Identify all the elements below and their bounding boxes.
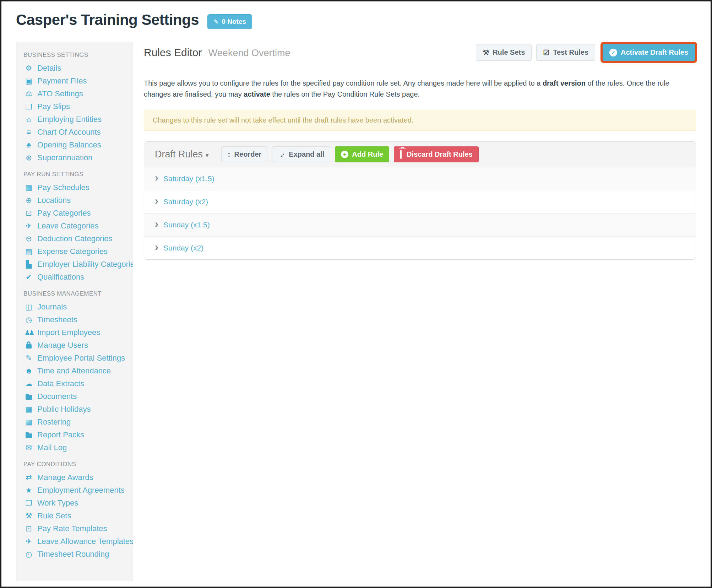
sidebar-item-mail-log[interactable]: ✉ Mail Log <box>23 443 129 452</box>
sidebar-item-opening-balances[interactable]: ♣ Opening Balances <box>23 141 129 149</box>
rule-link-sunday-x1-5[interactable]: Sunday (x1.5) <box>163 221 210 229</box>
sidebar-item-work-types[interactable]: ❒ Work Types <box>23 499 129 507</box>
sidebar-item-journals[interactable]: ◫ Journals <box>23 303 129 311</box>
calendar-icon: ▦ <box>23 418 34 426</box>
sidebar-item-import-employees[interactable]: ♟♟ Import Employees <box>23 328 129 336</box>
sidebar-item-label: Timesheets <box>37 315 77 324</box>
sidebar-item-documents[interactable]: Documents <box>23 392 129 400</box>
sidebar-item-manage-users[interactable]: Manage Users <box>23 341 129 349</box>
sidebar-item-label: Opening Balances <box>37 140 101 150</box>
sidebar-group-business-settings: BUSINESS SETTINGS ⚙ Details ▣ Payment Fi… <box>23 52 129 162</box>
sidebar-item-label: Journals <box>37 302 67 312</box>
sidebar-item-manage-awards[interactable]: ⇄ Manage Awards <box>23 473 129 481</box>
calendar-icon: ▦ <box>23 184 34 191</box>
sidebar-group-pay-run-settings: PAY RUN SETTINGS ▦ Pay Schedules ⊕ Locat… <box>23 171 129 281</box>
clock-outline-icon: ◴ <box>23 550 34 558</box>
sidebar-item-employee-portal-settings[interactable]: ✎ Employee Portal Settings <box>23 354 129 362</box>
sidebar-item-label: Employee Portal Settings <box>37 354 125 363</box>
draft-rules-dropdown[interactable]: Draft Rules ▾ <box>155 149 209 160</box>
sidebar-item-superannuation[interactable]: ⊛ Superannuation <box>23 153 129 162</box>
sidebar-item-label: Report Packs <box>37 430 84 439</box>
sidebar-item-timesheets[interactable]: ◷ Timesheets <box>23 315 129 324</box>
sidebar-section-heading: BUSINESS SETTINGS <box>23 52 129 59</box>
caret-down-icon: ▾ <box>206 150 209 159</box>
trash-icon <box>400 150 403 158</box>
section-subtitle: Weekend Overtime <box>208 48 290 58</box>
sidebar-item-label: Qualifications <box>37 273 84 282</box>
app-window: Casper's Training Settings ✎ 0 Notes BUS… <box>0 0 712 588</box>
sidebar-item-public-holidays[interactable]: ▦ Public Holidays <box>23 405 129 413</box>
sidebar-item-leave-allowance-templates[interactable]: ✈ Leave Allowance Templates <box>23 537 129 545</box>
page-title: Casper's Training Settings <box>16 11 199 28</box>
sidebar-item-pay-categories[interactable]: ⊡ Pay Categories <box>23 209 129 217</box>
sidebar-group-pay-conditions: PAY CONDITIONS ⇄ Manage Awards ★ Employm… <box>23 461 129 558</box>
sidebar-item-pay-schedules[interactable]: ▦ Pay Schedules <box>23 183 129 191</box>
sidebar-item-label: Pay Categories <box>37 209 91 218</box>
sidebar-item-locations[interactable]: ⊕ Locations <box>23 196 129 204</box>
activate-draft-rules-button[interactable]: ✓ Activate Draft Rules <box>603 44 695 61</box>
sidebar-item-report-packs[interactable]: Report Packs <box>23 431 129 439</box>
sidebar-item-employment-agreements[interactable]: ★ Employment Agreements <box>23 486 129 494</box>
chevron-right-icon: › <box>155 242 158 254</box>
rule-sets-button[interactable]: ⚒ Rule Sets <box>476 44 532 61</box>
chevron-right-icon: › <box>155 195 158 208</box>
sidebar-item-qualifications[interactable]: ✔ Qualifications <box>23 273 129 281</box>
activate-button-label: Activate Draft Rules <box>621 48 688 56</box>
rule-link-saturday-x1-5[interactable]: Saturday (x1.5) <box>163 174 214 183</box>
header-actions: ⚒ Rule Sets ☑ Test Rules ✓ Activate Draf… <box>476 44 696 61</box>
add-rule-button-label: Add Rule <box>352 150 383 158</box>
clock-icon: ◷ <box>23 316 34 323</box>
description-bold-activate: activate <box>244 90 270 98</box>
notes-badge[interactable]: ✎ 0 Notes <box>207 14 252 29</box>
sidebar-item-details[interactable]: ⚙ Details <box>23 64 129 72</box>
expand-all-button[interactable]: ↔ Expand all <box>272 146 330 162</box>
sidebar-item-data-extracts[interactable]: ☁ Data Extracts <box>23 379 129 388</box>
sidebar-item-label: Documents <box>37 392 77 401</box>
sidebar-item-pay-rate-templates[interactable]: ⊡ Pay Rate Templates <box>23 524 129 533</box>
reorder-button[interactable]: ↕ Reorder <box>221 146 268 162</box>
folder-icon <box>23 432 34 438</box>
check-circle-icon: ✓ <box>609 49 617 56</box>
sidebar-item-payment-files[interactable]: ▣ Payment Files <box>23 77 129 85</box>
sidebar-item-expense-categories[interactable]: ▤ Expense Categories <box>23 247 129 255</box>
add-rule-button[interactable]: + Add Rule <box>335 146 389 162</box>
sidebar-item-chart-of-accounts[interactable]: ≡ Chart Of Accounts <box>23 128 129 136</box>
expand-arrows-icon: ↔ <box>276 149 287 160</box>
sidebar-section-heading: BUSINESS MANAGEMENT <box>23 290 129 297</box>
sidebar-item-label: Work Types <box>37 498 78 508</box>
rule-sets-button-label: Rule Sets <box>493 48 525 56</box>
sidebar-item-pay-slips[interactable]: ❏ Pay Slips <box>23 102 129 110</box>
book-icon: ❒ <box>23 499 34 507</box>
sidebar-item-time-and-attendance[interactable]: ☻ Time and Attendance <box>23 367 129 375</box>
rule-link-sunday-x2[interactable]: Sunday (x2) <box>163 244 203 252</box>
test-rules-button[interactable]: ☑ Test Rules <box>536 44 595 61</box>
sidebar-item-label: Pay Schedules <box>37 183 89 192</box>
edit-note-icon: ✎ <box>213 18 218 26</box>
sidebar-item-ato-settings[interactable]: ⚖ ATO Settings <box>23 90 129 98</box>
discard-draft-rules-button[interactable]: Discard Draft Rules <box>394 146 479 162</box>
sidebar-item-deduction-categories[interactable]: ⊖ Deduction Categories <box>23 234 129 243</box>
sidebar-item-employing-entities[interactable]: ⌂ Employing Entities <box>23 115 129 123</box>
sidebar-group-business-management: BUSINESS MANAGEMENT ◫ Journals ◷ Timeshe… <box>23 290 129 452</box>
sidebar-item-rule-sets[interactable]: ⚒ Rule Sets <box>23 512 129 520</box>
sidebar-item-label: Leave Allowance Templates <box>37 537 133 546</box>
gavel-icon: ⚒ <box>23 512 34 519</box>
people-icon: ♟♟ <box>23 329 34 336</box>
draft-rules-warning-banner: Changes to this rule set will not take e… <box>144 110 696 131</box>
settings-sidebar: BUSINESS SETTINGS ⚙ Details ▣ Payment Fi… <box>16 42 133 581</box>
money-icon: ⊡ <box>23 209 34 217</box>
life-ring-icon: ⊛ <box>23 154 34 161</box>
minus-circle-icon: ⊖ <box>23 235 34 242</box>
sidebar-item-rostering[interactable]: ▦ Rostering <box>23 418 129 426</box>
rule-link-saturday-x2[interactable]: Saturday (x2) <box>163 198 208 206</box>
sidebar-item-timesheet-rounding[interactable]: ◴ Timesheet Rounding <box>23 550 129 558</box>
sidebar-item-label: Manage Awards <box>37 473 93 482</box>
sidebar-item-leave-categories[interactable]: ✈ Leave Categories <box>23 222 129 230</box>
sidebar-item-employer-liability-categories[interactable]: ▙ Employer Liability Categories <box>23 260 129 268</box>
sidebar-item-label: Timesheet Rounding <box>37 550 109 559</box>
sidebar-item-label: Public Holidays <box>37 405 91 414</box>
rules-editor-header: Rules Editor Weekend Overtime ⚒ Rule Set… <box>144 44 696 61</box>
floppy-save-icon: ▣ <box>23 77 34 85</box>
sidebar-item-label: Rostering <box>37 417 71 427</box>
sidebar-item-label: Employment Agreements <box>37 486 125 495</box>
